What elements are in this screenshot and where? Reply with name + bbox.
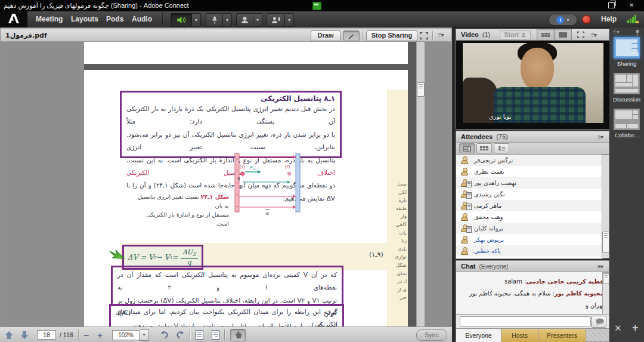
menu-pods[interactable]: Pods	[106, 15, 123, 23]
sync-button[interactable]: Sync	[416, 329, 447, 341]
fit-width-button[interactable]	[196, 330, 203, 340]
microphone-dropdown[interactable]: ▾	[222, 13, 232, 27]
close-button[interactable]: ×	[625, 1, 638, 10]
menu-audio[interactable]: Audio	[132, 15, 152, 23]
filmstrip-view-button[interactable]	[537, 29, 555, 41]
send-message-button[interactable]	[591, 316, 606, 328]
pin-icon[interactable]	[634, 29, 640, 36]
raise-hand-icon	[271, 16, 281, 24]
connection-info-button[interactable]: i▾	[549, 14, 577, 26]
layout-sharing-label[interactable]: Sharing	[609, 60, 644, 67]
status-button[interactable]	[267, 13, 285, 27]
svg-text:+: +	[236, 193, 239, 197]
annotation-box-2: که در آن V کمیتی نرده‌ای موسوم به پتانسی…	[111, 266, 343, 306]
restore-button[interactable]	[608, 2, 615, 8]
list-item[interactable]: نرگس تریجی‌فر	[456, 155, 602, 166]
chat-pod-title: Chat	[461, 263, 475, 270]
video-count: (1)	[482, 31, 490, 38]
zoom-level-value[interactable]: 102%	[112, 330, 140, 340]
help-link[interactable]: Help	[601, 15, 617, 23]
list-item[interactable]: پاکه خطبی	[456, 245, 602, 257]
start-webcam-button[interactable]: Start	[500, 30, 531, 40]
single-view-button[interactable]	[555, 29, 572, 41]
speech-bubble-icon	[595, 318, 605, 325]
video-pod-menu-icon[interactable]: ≡▾	[591, 32, 596, 38]
share-pod-menu-icon[interactable]: ≡▾	[438, 32, 444, 38]
attendee-grid-view-button[interactable]	[476, 143, 492, 153]
video-pod-header: Video (1) Start ≡▾	[456, 29, 609, 41]
pan-tool-button[interactable]	[230, 329, 246, 341]
attendees-pod-title: Attendees	[461, 133, 493, 140]
fullscreen-icon[interactable]	[419, 32, 429, 40]
margin-word: یات	[395, 229, 407, 238]
attendee-list-view-button[interactable]	[459, 143, 475, 153]
page-up-button[interactable]	[5, 331, 13, 339]
document-scrollbar[interactable]	[416, 42, 425, 326]
formula: ΔV = V۲ − V۱ = ΔUEq	[124, 247, 202, 268]
title-bar: چگونه فرمولهای فیزیک را آموزش دهیم (Shar…	[0, 0, 644, 11]
webcam-dropdown[interactable]: ▾	[253, 13, 262, 27]
redo-button[interactable]	[176, 331, 185, 339]
layout-collaboration-thumbnail[interactable]	[614, 109, 640, 130]
list-item[interactable]: ماهر کرمی	[456, 200, 602, 211]
chat-input[interactable]	[460, 316, 591, 326]
webcam-button[interactable]	[236, 13, 253, 27]
chat-messages: عطیه کریمی حاجی خادمی: salam محبوبه کاظم…	[456, 272, 609, 315]
microphone-button[interactable]	[206, 13, 223, 27]
divider	[190, 329, 191, 340]
svg-text:+: +	[236, 157, 239, 161]
layout-discussion-label[interactable]: Discussion	[609, 96, 644, 103]
menu-layouts[interactable]: Layouts	[71, 15, 98, 23]
zoom-dropdown[interactable]: ▾	[140, 329, 149, 341]
list-item[interactable]: نهضت زاهدی پور	[456, 177, 602, 189]
list-item[interactable]: نگین رشیدی	[456, 189, 602, 200]
tab-presenters[interactable]: Presenters	[538, 329, 586, 342]
scrollbar-thumb[interactable]	[417, 82, 425, 97]
figure-field-label: E	[266, 211, 270, 216]
speaker-dropdown[interactable]: ▾	[191, 13, 201, 27]
margin-word: بادی	[395, 245, 407, 254]
layout-sharing-thumbnail[interactable]	[614, 37, 640, 58]
fit-page-button[interactable]	[212, 330, 219, 340]
draw-button[interactable]: Draw	[311, 30, 340, 41]
list-item[interactable]: پروانه کلیان	[456, 223, 602, 234]
undo-button[interactable]	[160, 331, 169, 339]
add-layout-icon[interactable]: +	[632, 322, 639, 334]
close-layout-bar-icon[interactable]: ✕	[614, 323, 622, 334]
list-item[interactable]: وهب محقق	[456, 211, 602, 223]
attendee-icon	[460, 156, 468, 164]
connection-signal-icon[interactable]	[627, 14, 638, 23]
scrollbar-thumb[interactable]	[602, 232, 609, 253]
page-down-button[interactable]	[20, 331, 29, 339]
attendee-icon	[460, 168, 468, 175]
attendee-icon	[460, 236, 468, 244]
list-item[interactable]: نعمت نظری	[456, 166, 602, 177]
attendee-status-view-button[interactable]	[494, 143, 509, 153]
status-dropdown[interactable]: ▾	[284, 13, 294, 27]
fullscreen-icon[interactable]	[577, 31, 585, 38]
zoom-out-button[interactable]: −	[84, 330, 89, 340]
attendees-pod-menu-icon[interactable]: ≡▾	[597, 134, 603, 140]
speaker-button[interactable]	[171, 13, 192, 27]
layout-collaboration-label[interactable]: Collabo...	[609, 132, 644, 138]
share-pod-title: فرمول1.pdf	[5, 32, 47, 39]
menu-meeting[interactable]: Meeting	[36, 15, 63, 23]
chat-pod-menu-icon[interactable]: ≡▾	[597, 263, 603, 270]
chat-scrollbar[interactable]	[602, 272, 609, 315]
page-number-input[interactable]	[37, 330, 56, 340]
margin-word: گاهی	[395, 221, 407, 229]
list-item[interactable]: پریوش بهکر	[456, 234, 602, 245]
tab-everyone[interactable]: Everyone	[456, 329, 501, 342]
scrollbar-thumb[interactable]	[603, 273, 609, 284]
stop-sharing-button[interactable]: Stop Sharing	[366, 30, 417, 41]
zoom-in-button[interactable]: +	[97, 330, 103, 340]
document-viewport[interactable]: ست لکی بارهٔ طبقه وار گاهی یات رتا بادی …	[1, 42, 451, 326]
pointer-tool-button[interactable]	[343, 30, 360, 41]
attendees-scrollbar[interactable]	[602, 155, 609, 258]
tab-hosts[interactable]: Hosts	[501, 329, 538, 342]
info-icon: i	[556, 16, 564, 24]
layout-bar-menu-icon[interactable]: ≡▾	[613, 29, 620, 35]
layout-discussion-thumbnail[interactable]	[614, 73, 640, 94]
svg-text:+: +	[236, 181, 239, 185]
chat-message: محبوبه کاظم پور: سلام به همگی. محبوبه کا…	[465, 288, 604, 312]
